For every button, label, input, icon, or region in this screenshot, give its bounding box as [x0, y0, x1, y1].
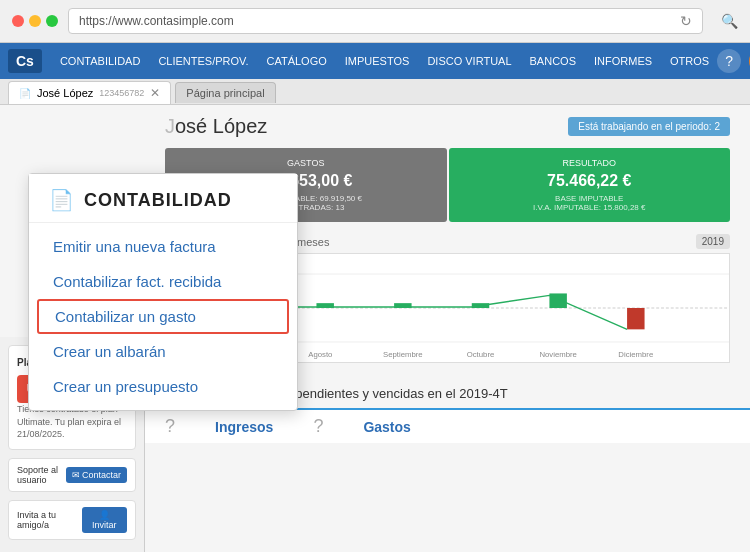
resultado-value: 75.466,22 €: [459, 172, 721, 190]
dot-red[interactable]: [12, 15, 24, 27]
main-content: Plan Renovar U Ultimate Tienes contratad…: [0, 105, 750, 552]
bottom-tabs: ? Ingresos ? Gastos: [145, 408, 750, 443]
browser-chrome: https://www.contasimple.com ↻ 🔍: [0, 0, 750, 43]
app-navbar: Cs CONTABILIDAD CLIENTES/PROV. CATÁLOGO …: [0, 43, 750, 79]
browser-dots: [12, 15, 58, 27]
page-header: José López Está trabajando en el periodo…: [145, 105, 750, 148]
tab-home[interactable]: Página principal: [175, 82, 275, 103]
invite-label: Invita a tu amigo/a: [17, 510, 82, 530]
tab-close-icon[interactable]: ✕: [150, 86, 160, 100]
chart-year: 2019: [696, 234, 730, 249]
tab-icon: 📄: [19, 88, 31, 99]
invite-box: Invita a tu amigo/a 👤 Invitar: [8, 500, 136, 540]
cs-logo[interactable]: Cs: [8, 49, 42, 73]
svg-text:Agosto: Agosto: [308, 350, 332, 359]
url-bar[interactable]: https://www.contasimple.com ↻: [68, 8, 703, 34]
nav-impuestos[interactable]: IMPUESTOS: [337, 51, 418, 71]
dropdown-header: 📄 CONTABILIDAD: [29, 174, 297, 223]
svg-text:Octubre: Octubre: [467, 350, 495, 359]
dropdown-item-fact-recibida[interactable]: Contabilizar fact. recibida: [29, 264, 297, 299]
support-box: Soporte al usuario ✉ Contactar: [8, 458, 136, 492]
url-text: https://www.contasimple.com: [79, 14, 234, 28]
nav-contabilidad[interactable]: CONTABILIDAD: [52, 51, 148, 71]
tab-jose-lopez[interactable]: 📄 José López 123456782 ✕: [8, 81, 171, 104]
contact-button[interactable]: ✉ Contactar: [66, 467, 127, 483]
dot-green[interactable]: [46, 15, 58, 27]
resultado-sub1: BASE IMPUTABLE: [459, 194, 721, 203]
nav-bancos[interactable]: BANCOS: [522, 51, 584, 71]
reload-icon[interactable]: ↻: [680, 13, 692, 29]
tab-bar: 📄 José López 123456782 ✕ Página principa…: [0, 79, 750, 105]
contabilidad-dropdown: 📄 CONTABILIDAD Emitir una nueva factura …: [28, 173, 298, 411]
nav-clientes[interactable]: CLIENTES/PROV.: [150, 51, 256, 71]
dot-yellow[interactable]: [29, 15, 41, 27]
gastos-label: GASTOS: [175, 158, 437, 168]
dropdown-items: Emitir una nueva factura Contabilizar fa…: [29, 223, 297, 410]
ingresos-help-icon[interactable]: ?: [165, 416, 175, 437]
nav-items: CONTABILIDAD CLIENTES/PROV. CATÁLOGO IMP…: [52, 51, 717, 71]
dropdown-title: CONTABILIDAD: [84, 190, 232, 211]
resultado-sub2: I.V.A. IMPUTABLE: 15.800,28 €: [459, 203, 721, 212]
stat-card-resultado: RESULTADO 75.466,22 € BASE IMPUTABLE I.V…: [449, 148, 731, 222]
resultado-label: RESULTADO: [459, 158, 721, 168]
tab-user-id: 123456782: [99, 88, 144, 98]
tab-gastos[interactable]: Gastos: [363, 419, 410, 435]
support-label: Soporte al usuario: [17, 465, 66, 485]
invite-button[interactable]: 👤 Invitar: [82, 507, 127, 533]
svg-rect-11: [627, 308, 644, 329]
dropdown-item-nueva-factura[interactable]: Emitir una nueva factura: [29, 229, 297, 264]
help-icon[interactable]: ?: [717, 49, 741, 73]
page-title: José López: [165, 115, 267, 138]
tab-label-user: José López: [37, 87, 93, 99]
browser-search-icon[interactable]: 🔍: [721, 13, 738, 29]
nav-disco[interactable]: DISCO VIRTUAL: [419, 51, 519, 71]
dropdown-item-albaran[interactable]: Crear un albarán: [29, 334, 297, 369]
svg-text:Septiembre: Septiembre: [383, 350, 423, 359]
nav-catalogo[interactable]: CATÁLOGO: [258, 51, 334, 71]
working-period-badge: Está trabajando en el periodo: 2: [568, 117, 730, 136]
invite-person-icon: 👤: [99, 510, 110, 520]
dropdown-item-gasto[interactable]: Contabilizar un gasto: [37, 299, 289, 334]
tab-ingresos[interactable]: Ingresos: [215, 419, 273, 435]
dropdown-document-icon: 📄: [49, 188, 74, 212]
gastos-help-icon[interactable]: ?: [313, 416, 323, 437]
dropdown-item-presupuesto[interactable]: Crear un presupuesto: [29, 369, 297, 404]
svg-rect-10: [549, 293, 566, 308]
browser-titlebar: https://www.contasimple.com ↻ 🔍: [0, 0, 750, 42]
svg-text:Diciembre: Diciembre: [618, 350, 653, 359]
svg-text:Noviembre: Noviembre: [539, 350, 576, 359]
nav-otros[interactable]: OTROS: [662, 51, 717, 71]
nav-informes[interactable]: INFORMES: [586, 51, 660, 71]
email-icon: ✉: [72, 470, 80, 480]
nav-right: ? J: [717, 48, 750, 74]
